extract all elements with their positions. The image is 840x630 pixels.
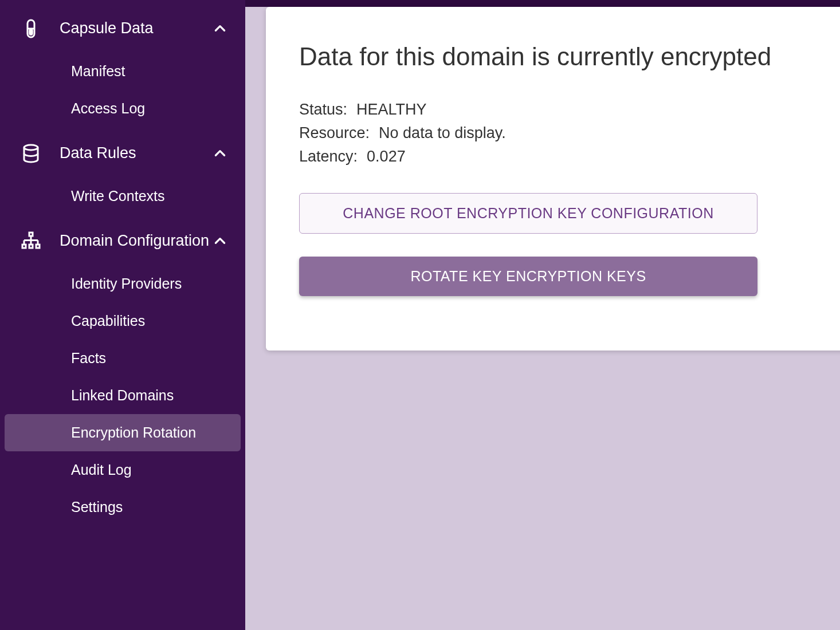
sidebar-item-write-contexts[interactable]: Write Contexts	[5, 178, 241, 215]
sidebar-header-capsule-data[interactable]: Capsule Data	[0, 8, 245, 49]
svg-rect-6	[29, 245, 33, 248]
sidebar-item-facts[interactable]: Facts	[5, 340, 241, 377]
svg-rect-5	[22, 245, 26, 248]
chevron-up-icon	[212, 146, 228, 161]
app-root: Capsule Data Manifest Access Log Data Ru…	[0, 0, 840, 630]
sidebar-item-access-log[interactable]: Access Log	[5, 90, 241, 127]
svg-rect-4	[29, 233, 33, 236]
sidebar-item-settings[interactable]: Settings	[5, 489, 241, 526]
resource-label: Resource	[299, 124, 370, 142]
chevron-up-icon	[212, 234, 228, 249]
encryption-status-card: Data for this domain is currently encryp…	[266, 7, 840, 351]
sidebar-sublist-domain-configuration: Identity Providers Capabilities Facts Li…	[0, 262, 245, 531]
sidebar-header-label: Data Rules	[48, 144, 212, 163]
sidebar: Capsule Data Manifest Access Log Data Ru…	[0, 0, 245, 630]
rotate-keys-button[interactable]: Rotate key encryption keys	[299, 257, 757, 296]
database-icon	[21, 143, 48, 164]
status-value: HEALTHY	[356, 101, 427, 119]
latency-label: Latency	[299, 148, 358, 166]
capsule-icon	[21, 18, 48, 39]
sidebar-header-label: Domain Configuration	[48, 231, 212, 251]
sidebar-item-linked-domains[interactable]: Linked Domains	[5, 377, 241, 414]
latency-value: 0.027	[367, 148, 406, 166]
sidebar-sublist-capsule-data: Manifest Access Log	[0, 49, 245, 133]
change-root-key-button[interactable]: Change root encryption key configuration	[299, 193, 757, 234]
svg-point-3	[24, 145, 38, 150]
status-row: Status HEALTHY	[299, 101, 840, 119]
sidebar-item-audit-log[interactable]: Audit Log	[5, 451, 241, 489]
sidebar-section-capsule-data: Capsule Data Manifest Access Log	[0, 8, 245, 133]
resource-value: No data to display.	[379, 124, 506, 142]
status-label: Status	[299, 101, 347, 119]
sidebar-section-data-rules: Data Rules Write Contexts	[0, 133, 245, 220]
latency-row: Latency 0.027	[299, 148, 840, 166]
sidebar-sublist-data-rules: Write Contexts	[0, 174, 245, 220]
svg-rect-7	[36, 245, 40, 248]
sidebar-header-data-rules[interactable]: Data Rules	[0, 133, 245, 174]
card-title: Data for this domain is currently encryp…	[299, 42, 840, 71]
main-area: Data for this domain is currently encryp…	[245, 0, 840, 630]
sidebar-item-manifest[interactable]: Manifest	[5, 53, 241, 90]
sidebar-header-domain-configuration[interactable]: Domain Configuration	[0, 220, 245, 262]
sitemap-icon	[21, 231, 48, 251]
sidebar-item-encryption-rotation[interactable]: Encryption Rotation	[5, 414, 241, 451]
sidebar-item-capabilities[interactable]: Capabilities	[5, 302, 241, 340]
svg-rect-1	[29, 29, 33, 36]
chevron-up-icon	[212, 21, 228, 36]
sidebar-section-domain-configuration: Domain Configuration Identity Providers …	[0, 220, 245, 531]
resource-row: Resource No data to display.	[299, 124, 840, 142]
sidebar-item-identity-providers[interactable]: Identity Providers	[5, 265, 241, 302]
sidebar-header-label: Capsule Data	[48, 19, 212, 38]
status-list: Status HEALTHY Resource No data to displ…	[299, 101, 840, 166]
